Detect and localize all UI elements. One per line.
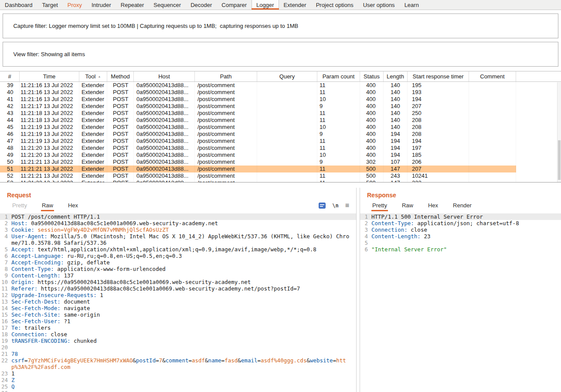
tab-sequencer[interactable]: Sequencer: [149, 0, 186, 10]
line-content: User-Agent: Mozilla/5.0 (Macintosh; Inte…: [11, 233, 356, 246]
column-header-param-count[interactable]: Param count: [317, 71, 360, 81]
wrap-lines-icon[interactable]: [319, 203, 326, 209]
cell-num: 43: [0, 110, 20, 117]
cell-param-count: 9: [317, 131, 360, 138]
column-header-comment[interactable]: Comment: [469, 71, 516, 81]
tab-proxy[interactable]: Proxy: [63, 0, 87, 10]
cell-query: [257, 103, 317, 110]
cell-host: 0a9500020413d88...: [134, 110, 195, 117]
column-header-length[interactable]: Length: [384, 71, 408, 81]
log-row-39[interactable]: 3911:21:16 13 Jul 2022ExtenderPOST0a9500…: [0, 82, 516, 89]
log-row-51[interactable]: 5111:21:21 13 Jul 2022ExtenderPOST0a9500…: [0, 166, 516, 172]
cell-method: POST: [107, 145, 134, 152]
tab-logger[interactable]: Logger: [252, 0, 279, 10]
response-tab-hex[interactable]: Hex: [427, 200, 439, 211]
response-tab-raw[interactable]: Raw: [401, 200, 414, 211]
cell-start-response-timer: 206: [408, 159, 469, 166]
line-number: 16: [0, 318, 11, 324]
horizontal-splitter[interactable]: [0, 182, 561, 188]
log-row-46[interactable]: 4611:21:19 13 Jul 2022ExtenderPOST0a9500…: [0, 131, 516, 138]
column-header-query[interactable]: Query: [257, 71, 317, 81]
cell-num: 52: [0, 172, 20, 179]
cell-method: POST: [107, 172, 134, 179]
cell-start-response-timer: 207: [408, 166, 469, 172]
tab-intruder[interactable]: Intruder: [87, 0, 116, 10]
column-header-time[interactable]: Time: [20, 71, 79, 81]
request-editor[interactable]: 1POST /post/comment HTTP/1.12Host: 0a950…: [0, 212, 356, 392]
request-line-15: 15Sec-Fetch-Site: same-origin: [0, 311, 356, 318]
request-line-10: 10Origin: https://0a9500020413d88ac08c5c…: [0, 279, 356, 285]
cell-time: 11:21:19 13 Jul 2022: [20, 131, 79, 138]
line-number: 13: [0, 298, 11, 305]
line-number: 22: [0, 357, 11, 370]
request-line-17: 17Te: trailers: [0, 324, 356, 331]
cell-tool: Extender: [79, 103, 107, 110]
log-row-48[interactable]: 4811:21:20 13 Jul 2022ExtenderPOST0a9500…: [0, 145, 516, 152]
tab-extender[interactable]: Extender: [279, 0, 311, 10]
cell-comment: [469, 89, 516, 96]
log-row-47[interactable]: 4711:21:19 13 Jul 2022ExtenderPOST0a9500…: [0, 138, 516, 145]
line-number: 25: [0, 383, 11, 390]
cell-time: 11:21:19 13 Jul 2022: [20, 124, 79, 131]
cell-path: /post/comment: [195, 131, 257, 138]
log-row-49[interactable]: 4911:21:20 13 Jul 2022ExtenderPOST0a9500…: [0, 152, 516, 159]
column-header-host[interactable]: Host: [134, 71, 195, 81]
cell-status: 400: [360, 138, 384, 145]
log-row-43[interactable]: 4311:21:18 13 Jul 2022ExtenderPOST0a9500…: [0, 110, 516, 117]
tab-user-options[interactable]: User options: [358, 0, 400, 10]
request-tab-pretty[interactable]: Pretty: [11, 200, 28, 211]
response-line-3: 3Connection: close: [360, 226, 561, 233]
column-header-num[interactable]: #: [0, 71, 20, 81]
cell-num: 44: [0, 117, 20, 124]
log-row-44[interactable]: 4411:21:18 13 Jul 2022ExtenderPOST0a9500…: [0, 117, 516, 124]
log-row-42[interactable]: 4211:21:17 13 Jul 2022ExtenderPOST0a9500…: [0, 103, 516, 110]
view-filter-bar[interactable]: View filter: Showing all items: [3, 42, 558, 67]
line-content: 1: [11, 370, 356, 377]
cell-method: POST: [107, 138, 134, 145]
response-editor[interactable]: 1HTTP/1.1 500 Internal Server Error2Cont…: [360, 212, 561, 392]
cell-path: /post/comment: [195, 172, 257, 179]
cell-time: 11:21:20 13 Jul 2022: [20, 152, 79, 159]
response-tab-pretty[interactable]: Pretty: [371, 200, 388, 211]
request-tab-hex[interactable]: Hex: [67, 200, 79, 211]
cell-time: 11:21:21 13 Jul 2022: [20, 159, 79, 166]
cell-tool: Extender: [79, 124, 107, 131]
tab-learn[interactable]: Learn: [400, 0, 424, 10]
log-row-40[interactable]: 4011:21:16 13 Jul 2022ExtenderPOST0a9500…: [0, 89, 516, 96]
log-row-53[interactable]: 5311:21:22 13 Jul 2022ExtenderPOST0a9500…: [0, 179, 516, 182]
log-row-50[interactable]: 5011:21:21 13 Jul 2022ExtenderPOST0a9500…: [0, 159, 516, 166]
editor-menu-icon[interactable]: ≡: [345, 202, 349, 210]
line-content: Z: [11, 377, 356, 383]
tab-repeater[interactable]: Repeater: [116, 0, 149, 10]
cell-path: /post/comment: [195, 145, 257, 152]
response-tab-render[interactable]: Render: [452, 200, 473, 211]
cell-param-count: 9: [317, 103, 360, 110]
log-row-41[interactable]: 4111:21:16 13 Jul 2022ExtenderPOST0a9500…: [0, 96, 516, 103]
column-header-path[interactable]: Path: [195, 71, 257, 81]
cell-tool: Extender: [79, 145, 107, 152]
cell-query: [257, 152, 317, 159]
cell-comment: [469, 124, 516, 131]
line-content: [371, 240, 561, 246]
request-line-4: 4User-Agent: Mozilla/5.0 (Macintosh; Int…: [0, 233, 356, 246]
tab-decoder[interactable]: Decoder: [186, 0, 217, 10]
vertical-splitter[interactable]: [357, 188, 360, 392]
cell-num: 40: [0, 89, 20, 96]
cell-length: 140: [384, 124, 408, 131]
tab-dashboard[interactable]: Dashboard: [0, 0, 37, 10]
column-header-method[interactable]: Method: [107, 71, 134, 81]
log-row-45[interactable]: 4511:21:19 13 Jul 2022ExtenderPOST0a9500…: [0, 124, 516, 131]
nonprinting-chars-icon[interactable]: \n: [332, 203, 338, 209]
capture-filter-bar[interactable]: Capture filter: Logger memory limit set …: [3, 14, 558, 38]
column-header-status[interactable]: Status: [360, 71, 384, 81]
log-row-52[interactable]: 5211:21:21 13 Jul 2022ExtenderPOST0a9500…: [0, 172, 516, 179]
request-tab-raw[interactable]: Raw: [41, 200, 54, 211]
column-header-tool[interactable]: Tool▲: [79, 71, 107, 81]
tab-comparer[interactable]: Comparer: [217, 0, 252, 10]
line-number: 7: [0, 259, 11, 266]
column-header-start-response-timer[interactable]: Start response timer: [408, 71, 469, 81]
table-scrollbar[interactable]: [557, 82, 561, 182]
tab-project-options[interactable]: Project options: [311, 0, 358, 10]
scrollbar-thumb[interactable]: [558, 140, 561, 180]
tab-target[interactable]: Target: [37, 0, 63, 10]
